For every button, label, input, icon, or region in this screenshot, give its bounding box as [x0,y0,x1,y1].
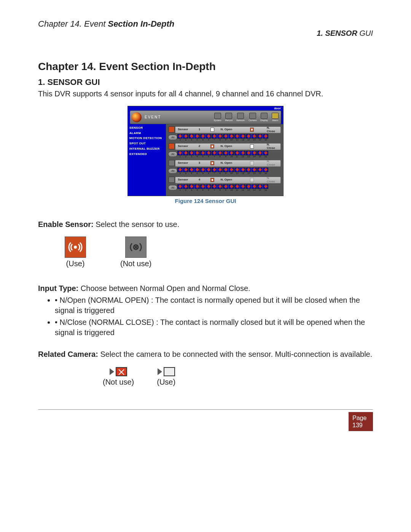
sidebar-item-motion-detection[interactable]: MOTION DETECTION [129,137,164,140]
camera-toggle[interactable]: 5 [200,184,206,192]
camera-toggle[interactable]: 2 [183,134,188,141]
camera-toggle[interactable]: 14 [252,134,257,141]
sidebar-item-sensor[interactable]: SENSOR [129,126,164,130]
camera-toggle[interactable]: 8 [217,184,223,192]
camera-toggle[interactable]: 5 [200,151,206,158]
camera-toggle[interactable]: 4 [194,151,200,158]
camera-toggle[interactable]: 9 [223,134,228,141]
camera-toggle[interactable]: 1 [177,151,183,158]
camera-toggle[interactable]: 16 [263,168,268,175]
page-number: 139 [352,422,369,429]
camera-toggle[interactable]: 5 [200,168,206,175]
camera-toggle[interactable]: 15 [257,184,263,192]
sidebar-item-alarm[interactable]: ALARM [129,132,164,135]
camera-number: 15 [259,139,261,141]
camera-toggle[interactable]: 15 [257,151,263,158]
camera-toggle[interactable]: 10 [229,184,234,192]
camera-toggle[interactable]: 6 [206,168,211,175]
toolbar-alarm[interactable]: Alarm [272,113,279,122]
figure-caption: Figure 124 Sensor GUI [175,198,236,204]
sidebar-item-spot-out[interactable]: SPOT OUT [129,142,164,145]
camera-toggle[interactable]: 14 [252,184,257,192]
all-button[interactable]: All [168,185,177,190]
nopen-checkbox[interactable] [210,178,214,182]
camera-toggle[interactable]: 13 [246,151,251,158]
camera-toggle[interactable]: 16 [263,184,268,192]
all-button[interactable]: All [168,135,177,140]
camera-toggle[interactable]: 10 [229,151,234,158]
camera-toggle[interactable]: 1 [177,134,183,141]
camera-toggle[interactable]: 7 [212,134,217,141]
camera-toggle[interactable]: 2 [183,168,188,175]
camera-toggle[interactable]: 15 [257,168,263,175]
camera-toggle[interactable]: 13 [246,134,251,141]
camera-toggle[interactable]: 13 [246,168,251,175]
camera-toggle[interactable]: 6 [206,184,211,192]
camera-toggle[interactable]: 2 [183,151,188,158]
camera-toggle[interactable]: 4 [194,184,200,192]
camera-toggle[interactable]: 12 [240,168,245,175]
nopen-checkbox[interactable] [210,128,214,132]
camera-toggle[interactable]: 11 [234,168,240,175]
camera-toggle[interactable]: 9 [223,184,228,192]
camera-toggle[interactable]: 1 [177,168,183,175]
camera-toggle[interactable]: 6 [206,151,211,158]
camera-slot-icon [257,134,263,139]
camera-toggle[interactable]: 3 [189,151,194,158]
camera-toggle[interactable]: 7 [212,168,217,175]
camera-slot-icon [183,151,188,155]
camera-toggle[interactable]: 7 [212,184,217,192]
all-button[interactable]: All [168,168,177,174]
camera-toggle[interactable]: 11 [234,134,240,141]
camera-toggle[interactable]: 12 [240,151,245,158]
camera-toggle[interactable]: 15 [257,134,263,141]
toolbar-camera[interactable]: Camera [249,113,256,122]
camera-toggle[interactable]: 16 [263,151,268,158]
toolbar-record[interactable]: Record [225,113,233,122]
camera-toggle[interactable]: 12 [240,184,245,192]
camera-toggle[interactable]: 3 [189,134,194,141]
camera-toggle[interactable]: 3 [189,168,194,175]
sidebar-item-internal-buzzer[interactable]: INTERNAL BUZZER [129,147,164,151]
camera-toggle[interactable]: 14 [252,168,257,175]
camera-toggle[interactable]: 10 [229,134,234,141]
nclose-checkbox[interactable] [250,128,254,132]
camera-toggle[interactable]: 12 [240,134,245,141]
camera-toggle[interactable]: 8 [217,134,223,141]
camera-number: 10 [230,172,233,175]
sensor-enable-icon[interactable] [169,143,175,149]
camera-toggle[interactable]: 14 [252,151,257,158]
sensor-enable-icon[interactable] [169,160,175,166]
camera-slot-icon [252,168,257,172]
camera-toggle[interactable]: 7 [212,151,217,158]
nopen-checkbox[interactable] [210,144,214,149]
camera-toggle[interactable]: 6 [206,134,211,141]
toolbar-display[interactable]: Display [260,113,268,122]
camera-toggle[interactable]: 11 [234,151,240,158]
camera-toggle[interactable]: 8 [217,151,223,158]
camera-number: 12 [242,172,244,175]
toolbar-network[interactable]: Network [236,113,245,122]
camera-toggle[interactable]: 13 [246,184,251,192]
camera-toggle[interactable]: 16 [263,134,268,141]
nopen-checkbox[interactable] [210,161,214,165]
camera-toggle[interactable]: 11 [234,184,240,192]
sensor-enable-icon[interactable] [169,126,175,133]
camera-toggle[interactable]: 3 [189,184,194,192]
x-icon [229,185,233,189]
sidebar-item-extended[interactable]: EXTENDED [129,153,164,156]
camera-toggle[interactable]: 2 [183,184,188,192]
toolbar-system[interactable]: System [214,113,221,122]
nclose-checkbox[interactable] [250,144,254,149]
camera-toggle[interactable]: 8 [217,168,223,175]
camera-toggle[interactable]: 4 [194,134,200,141]
camera-toggle[interactable]: 9 [223,168,228,175]
all-button[interactable]: All [168,152,177,157]
camera-toggle[interactable]: 5 [200,134,206,141]
camera-toggle[interactable]: 10 [229,168,234,175]
camera-slot-icon [234,168,240,172]
camera-toggle[interactable]: 9 [223,151,228,158]
camera-toggle[interactable]: 4 [194,168,200,175]
camera-toggle[interactable]: 1 [177,184,183,192]
sensor-enable-icon[interactable] [169,177,175,183]
